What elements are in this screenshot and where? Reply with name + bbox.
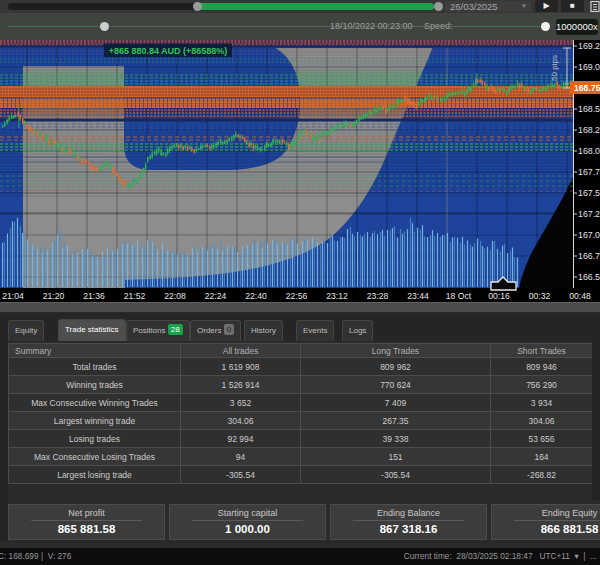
svg-text:166.75: 166.75 [578, 251, 600, 261]
svg-text:21:04: 21:04 [2, 291, 24, 301]
svg-text:18 Oct: 18 Oct [446, 291, 472, 301]
svg-text:166.50: 166.50 [578, 272, 600, 282]
svg-text:167.00: 167.00 [578, 230, 600, 240]
svg-text:22:40: 22:40 [245, 291, 267, 301]
svg-text:22:24: 22:24 [205, 291, 227, 301]
svg-text:168.50: 168.50 [578, 104, 600, 114]
svg-text:168.25: 168.25 [578, 125, 600, 135]
svg-text:21:52: 21:52 [124, 291, 146, 301]
svg-text:167.25: 167.25 [578, 209, 600, 219]
svg-text:168.00: 168.00 [578, 146, 600, 156]
svg-text:23:28: 23:28 [367, 291, 389, 301]
svg-text:169.25: 169.25 [578, 41, 600, 51]
svg-text:21:36: 21:36 [83, 291, 105, 301]
svg-text:21:20: 21:20 [43, 291, 65, 301]
svg-text:169.00: 169.00 [578, 62, 600, 72]
svg-text:167.75: 167.75 [578, 167, 600, 177]
svg-text:23:12: 23:12 [326, 291, 348, 301]
svg-text:22:56: 22:56 [286, 291, 308, 301]
svg-text:22:08: 22:08 [164, 291, 186, 301]
svg-text:50 pips: 50 pips [550, 55, 559, 81]
svg-text:23:44: 23:44 [407, 291, 429, 301]
svg-text:00:48: 00:48 [569, 291, 591, 301]
svg-text:167.50: 167.50 [578, 188, 600, 198]
svg-text:00:16: 00:16 [488, 291, 510, 301]
svg-text:+865 880.84 AUD (+86588%): +865 880.84 AUD (+86588%) [109, 46, 228, 56]
svg-text:00:32: 00:32 [529, 291, 551, 301]
svg-text:168.75: 168.75 [574, 83, 600, 93]
